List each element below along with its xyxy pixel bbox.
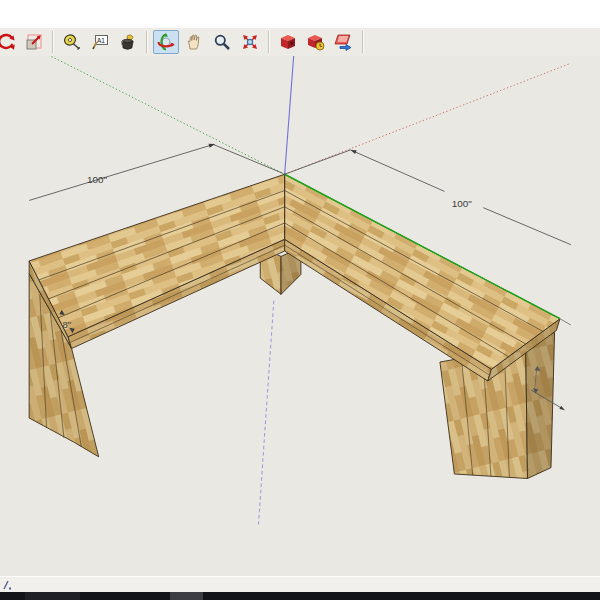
taskbar-active-button[interactable] bbox=[170, 592, 203, 600]
taskbar bbox=[0, 592, 600, 600]
statusbar bbox=[0, 576, 600, 593]
share-model-icon bbox=[306, 32, 326, 52]
share-model-button[interactable] bbox=[303, 30, 329, 54]
toolbar-separator bbox=[146, 31, 148, 53]
dimension-label-board[interactable]: 8" bbox=[63, 319, 72, 330]
toolbar-separator bbox=[52, 31, 54, 53]
rotate-icon bbox=[0, 32, 16, 52]
tape-measure-icon bbox=[62, 32, 82, 52]
taskbar-segment[interactable] bbox=[25, 592, 80, 600]
paint-bucket-icon bbox=[118, 32, 138, 52]
pan-button[interactable] bbox=[181, 30, 207, 54]
scale-icon bbox=[24, 32, 44, 52]
bench-top-left-arm[interactable] bbox=[29, 174, 284, 337]
paint-bucket-button[interactable] bbox=[115, 30, 141, 54]
zoom-extents-button[interactable] bbox=[237, 30, 263, 54]
orbit-button[interactable] bbox=[153, 30, 179, 54]
dimension-text-icon: A1 bbox=[90, 32, 110, 52]
window-top-strip bbox=[0, 0, 600, 28]
orbit-icon bbox=[156, 32, 176, 52]
zoom-button[interactable] bbox=[209, 30, 235, 54]
blue-axis-dotted bbox=[258, 301, 273, 525]
svg-text:A1: A1 bbox=[97, 37, 105, 44]
drawing-viewport[interactable]: 100" 100" 8" bbox=[0, 56, 600, 576]
dimension-label-right[interactable]: 100" bbox=[452, 198, 473, 209]
export-model-icon bbox=[334, 32, 354, 52]
get-models-icon bbox=[278, 32, 298, 52]
scale-button[interactable] bbox=[21, 30, 47, 54]
rotate-button[interactable] bbox=[0, 30, 19, 54]
red-axis-dotted bbox=[285, 63, 571, 174]
bench-model[interactable] bbox=[29, 174, 571, 478]
toolbar-separator bbox=[362, 31, 364, 53]
export-model-button[interactable] bbox=[331, 30, 357, 54]
green-axis-dotted bbox=[29, 56, 284, 174]
dimension-text-button[interactable]: A1 bbox=[87, 30, 113, 54]
tape-measure-button[interactable] bbox=[59, 30, 85, 54]
toolbar: A1 bbox=[0, 28, 600, 57]
pan-icon bbox=[184, 32, 204, 52]
zoom-extents-icon bbox=[240, 32, 260, 52]
viewport-canvas[interactable]: 100" 100" 8" bbox=[0, 56, 600, 576]
statusbar-icon bbox=[2, 579, 12, 591]
toolbar-separator bbox=[268, 31, 270, 53]
blue-axis bbox=[285, 56, 294, 174]
get-models-button[interactable] bbox=[275, 30, 301, 54]
zoom-icon bbox=[212, 32, 232, 52]
dimension-label-left[interactable]: 100" bbox=[87, 174, 108, 185]
